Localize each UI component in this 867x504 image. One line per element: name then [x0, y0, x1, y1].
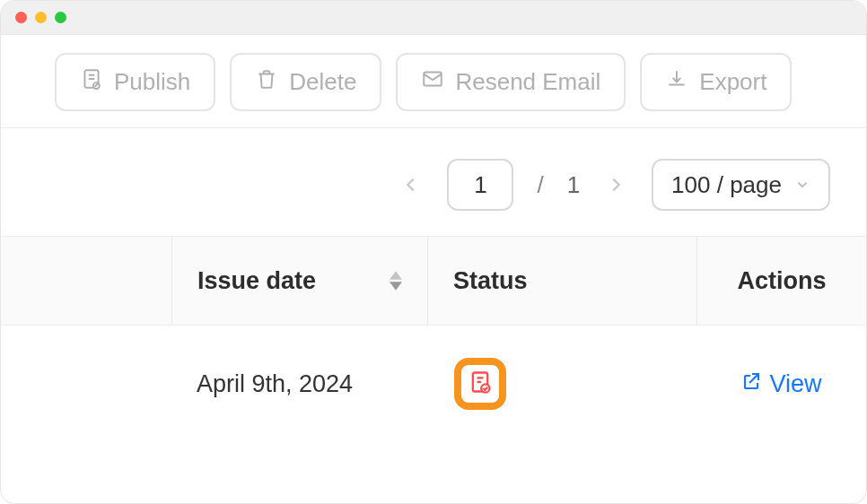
pagination: / 1 100 / page — [1, 128, 866, 236]
trash-icon — [255, 67, 278, 97]
current-page-input[interactable] — [447, 159, 513, 211]
svg-point-4 — [97, 83, 99, 84]
status-highlight — [454, 358, 506, 410]
status-header-label: Status — [453, 267, 528, 295]
view-label: View — [769, 370, 821, 398]
table-cell-status — [427, 358, 696, 410]
table-cell-issue-date: April 9th, 2024 — [171, 370, 427, 398]
table-header-status: Status — [427, 237, 696, 325]
window-titlebar — [1, 1, 866, 35]
export-label: Export — [699, 68, 766, 96]
mail-icon — [421, 67, 444, 97]
window-minimize-button[interactable] — [35, 12, 47, 23]
view-link[interactable]: View — [740, 370, 821, 398]
document-check-icon[interactable] — [468, 369, 493, 398]
publish-label: Publish — [114, 68, 190, 96]
export-button[interactable]: Export — [640, 53, 792, 111]
resend-email-button[interactable]: Resend Email — [396, 53, 626, 111]
publish-doc-icon — [80, 67, 103, 97]
table-row: April 9th, 2024 — [1, 326, 866, 442]
prev-page-button[interactable] — [393, 167, 429, 203]
external-link-icon — [740, 370, 762, 398]
delete-label: Delete — [289, 68, 356, 96]
table-header-empty — [1, 237, 171, 325]
next-page-button[interactable] — [598, 167, 634, 203]
download-icon — [665, 67, 688, 97]
table-header-row: Issue date Status Actions — [1, 236, 866, 326]
window-close-button[interactable] — [15, 12, 27, 23]
page-size-label: 100 / page — [671, 171, 782, 199]
page-separator: / — [531, 171, 548, 199]
actions-header-label: Actions — [737, 267, 826, 295]
window-maximize-button[interactable] — [55, 12, 66, 23]
sort-icon — [390, 271, 402, 291]
chevron-down-icon — [794, 171, 810, 199]
toolbar: Publish Delete Resend Email — [1, 35, 866, 127]
publish-button[interactable]: Publish — [55, 53, 215, 111]
table-header-actions: Actions — [696, 237, 866, 325]
table-header-issue-date[interactable]: Issue date — [171, 237, 427, 325]
issue-date-header-label: Issue date — [197, 267, 316, 295]
app-window: Publish Delete Resend Email — [0, 0, 867, 504]
delete-button[interactable]: Delete — [230, 53, 381, 111]
resend-email-label: Resend Email — [455, 68, 600, 96]
total-pages: 1 — [567, 171, 580, 199]
table-cell-actions: View — [696, 370, 866, 398]
page-size-select[interactable]: 100 / page — [652, 159, 830, 211]
